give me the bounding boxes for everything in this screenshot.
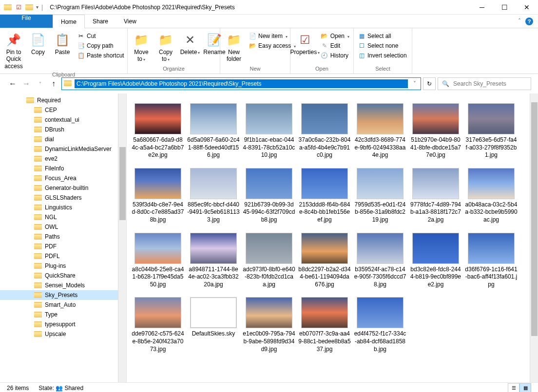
qat-dropdown-icon[interactable]: ▾: [36, 4, 38, 10]
details-view-button[interactable]: ☰: [508, 383, 519, 392]
tree-item[interactable]: eve2: [0, 154, 126, 164]
file-thumbnail: [134, 103, 181, 134]
file-item[interactable]: 539f3d4b-c8e7-9e4d-8d0c-c7e885ad378b.jpg: [132, 168, 184, 224]
minimize-button[interactable]: ─: [471, 0, 493, 15]
tree-item[interactable]: Plug-ins: [0, 261, 126, 271]
refresh-button[interactable]: ↻: [423, 77, 436, 90]
open-button[interactable]: 📂Open: [319, 31, 351, 41]
file-item[interactable]: 7959d535-e0d1-f24b-856e-31a9b8fdc219.jpg: [354, 168, 406, 224]
tree-item[interactable]: Generator-builtin: [0, 183, 126, 193]
properties-button[interactable]: ☑ Properties: [292, 31, 318, 56]
file-name: d36f6769-1c16-f641-bac6-aff4f13fa601.jpg: [465, 264, 518, 289]
copy-path-button[interactable]: 📑Copy path: [75, 41, 126, 51]
file-item[interactable]: e1ec0b09-795a-794b-9abe-5898fd9d34d9.jpg: [243, 297, 295, 353]
tab-share[interactable]: Share: [85, 15, 116, 28]
delete-button[interactable]: ✕ Delete: [178, 31, 202, 56]
tree-item[interactable]: Linguistics: [0, 203, 126, 212]
file-item[interactable]: 6d5a0987-6a60-2c41-88ff-5deed40df156.jpg: [187, 103, 240, 159]
tree-item[interactable]: Sky_Presets: [0, 290, 126, 300]
tree-item[interactable]: PDF: [0, 242, 126, 251]
file-scrollbar[interactable]: [530, 93, 538, 382]
file-item[interactable]: a0b48aca-03c2-5b4a-b332-bcbe9b5990ac.jpg: [465, 168, 518, 224]
tree-item[interactable]: Paths: [0, 232, 126, 242]
file-item[interactable]: 317e63e5-6d57-fa4f-a033-279f8f9352b1.jpg: [465, 103, 518, 159]
file-item[interactable]: eb0707f7-3c9a-aa49-88c1-bedee8b8a537.jpg: [298, 297, 351, 353]
tree-item[interactable]: Focus_Area: [0, 173, 126, 183]
tree-scrollbar[interactable]: [118, 93, 126, 382]
tab-file[interactable]: File: [0, 15, 53, 28]
address-path[interactable]: C:\Program Files\Adobe\Adobe Photoshop 2…: [75, 79, 408, 88]
file-pane[interactable]: 5a680667-6da9-d84c-a5a4-bc27a6bb7e2e.jpg…: [127, 93, 538, 382]
icons-view-button[interactable]: ▦: [519, 383, 531, 392]
file-thumbnail: [190, 233, 237, 264]
file-item[interactable]: 51b2970e-04b9-8041-8bfe-dbdce15a77e0.jpg: [409, 103, 462, 159]
tree-item[interactable]: typesupport: [0, 319, 126, 329]
tree-item[interactable]: dial: [0, 134, 126, 144]
file-item[interactable]: a8c044b6-25e8-ca41-b628-17f9e45da550.jpg: [132, 233, 184, 289]
tree-item[interactable]: DBrush: [0, 125, 126, 134]
file-item[interactable]: d36f6769-1c16-f641-bac6-aff4f13fa601.jpg: [465, 233, 518, 289]
tree-item[interactable]: GLSLShaders: [0, 193, 126, 203]
tree-item[interactable]: NGL: [0, 212, 126, 222]
file-item[interactable]: adc973f0-8bf0-e640-823b-f0fdb2cd1caa.jpg: [243, 233, 295, 289]
file-item[interactable]: DefaultSkies.sky: [187, 297, 240, 353]
search-input[interactable]: 🔍 Search Sky_Presets: [438, 77, 531, 90]
tree-item-root[interactable]: Required: [0, 95, 126, 105]
tree-item[interactable]: OWL: [0, 222, 126, 232]
file-item[interactable]: dde97062-c575-624e-8b5e-240f423a7073.jpg: [132, 297, 184, 353]
tab-home[interactable]: Home: [53, 15, 85, 28]
tree-item[interactable]: Upscale: [0, 329, 126, 339]
select-all-button[interactable]: ▦Select all: [356, 31, 409, 41]
address-input[interactable]: C:\Program Files\Adobe\Adobe Photoshop 2…: [61, 77, 421, 90]
file-item[interactable]: 9778fdc7-4d89-794b-a1a3-8818f172c72a.jpg: [409, 168, 462, 224]
tree-item[interactable]: Smart_Auto: [0, 300, 126, 310]
tree-item[interactable]: Sensei_Models: [0, 280, 126, 290]
tree-view[interactable]: RequiredCEPcontextual_uiDBrushdialDynami…: [0, 93, 127, 382]
close-button[interactable]: ✕: [516, 0, 538, 15]
file-item[interactable]: ed4f4752-f1c7-334c-ab84-dcf68ad1858b.jpg: [354, 297, 406, 353]
move-to-button[interactable]: 📁 Move to: [130, 31, 153, 63]
tree-item[interactable]: PDFL: [0, 251, 126, 261]
folder-icon: [34, 107, 42, 113]
tree-item[interactable]: Type: [0, 310, 126, 319]
paste-shortcut-button[interactable]: 📋Paste shortcut: [75, 51, 126, 60]
tree-item[interactable]: CEP: [0, 105, 126, 115]
invert-selection-button[interactable]: ◫Invert selection: [356, 51, 409, 60]
properties-icon[interactable]: ☑: [15, 3, 22, 11]
forward-button[interactable]: →: [20, 78, 32, 90]
back-button[interactable]: ←: [7, 78, 19, 90]
file-item[interactable]: 9f1b1cac-ebac-0444-8391-78cb52a10c10.jpg: [243, 103, 295, 159]
cut-icon: ✂: [77, 32, 85, 40]
paste-button[interactable]: 📋 Paste: [51, 31, 74, 56]
tree-item[interactable]: DynamicLinkMediaServer: [0, 144, 126, 154]
folder-icon[interactable]: [25, 3, 33, 11]
pin-button[interactable]: 📌 Pin to Quick access: [2, 31, 25, 71]
file-item[interactable]: 5a680667-6da9-d84c-a5a4-bc27a6bb7e2e.jpg: [132, 103, 184, 159]
file-item[interactable]: 42c3dfd3-8689-774e-9bf6-02494338aa4e.jpg: [354, 103, 406, 159]
copy-button[interactable]: 📄 Copy: [26, 31, 50, 56]
file-item[interactable]: 2153ddd8-f64b-684e-8c4b-bb1feb156eef.jpg: [298, 168, 351, 224]
edit-button[interactable]: ✎Edit: [319, 41, 351, 51]
copy-to-button[interactable]: 📁 Copy to: [154, 31, 177, 63]
file-item[interactable]: 885ec9fc-bbcf-d440-9491-9c5eb6181133.jpg: [187, 168, 240, 224]
help-icon[interactable]: ?: [525, 18, 533, 25]
cut-button[interactable]: ✂Cut: [75, 31, 126, 41]
new-folder-button[interactable]: 📁 New folder: [222, 31, 246, 63]
collapse-ribbon-icon[interactable]: ˆ: [519, 18, 520, 25]
tree-item[interactable]: contextual_ui: [0, 115, 126, 125]
history-button[interactable]: 🕘History: [319, 51, 351, 60]
file-item[interactable]: a8948711-1744-8e4e-ac02-3ca3fbb3220a.jpg: [187, 233, 240, 289]
tab-view[interactable]: View: [116, 15, 144, 28]
up-button[interactable]: ↑: [48, 78, 59, 90]
maximize-button[interactable]: ☐: [493, 0, 516, 15]
file-item[interactable]: 37a0c6ac-232b-804a-a5fd-4b4e9c7b91c0.jpg: [298, 103, 351, 159]
tree-item[interactable]: QuickShare: [0, 271, 126, 280]
file-item[interactable]: b359524f-ac78-c14e-905f-7305f6dccd78.jpg: [354, 233, 406, 289]
address-dropdown-icon[interactable]: ˅: [409, 80, 421, 87]
file-item[interactable]: 921b6739-0b99-3d45-994c-63f2f709cdb8.jpg: [243, 168, 295, 224]
tree-item[interactable]: FileInfo: [0, 164, 126, 173]
file-item[interactable]: bd3c82e8-fdc8-2444-b819-9ec0bf899ee2.jpg: [409, 233, 462, 289]
select-none-button[interactable]: ☐Select none: [356, 41, 409, 51]
file-item[interactable]: b8dc2297-b2a2-d344-be61-1194094da676.jpg: [298, 233, 351, 289]
recent-dropdown[interactable]: ˅: [34, 78, 46, 90]
